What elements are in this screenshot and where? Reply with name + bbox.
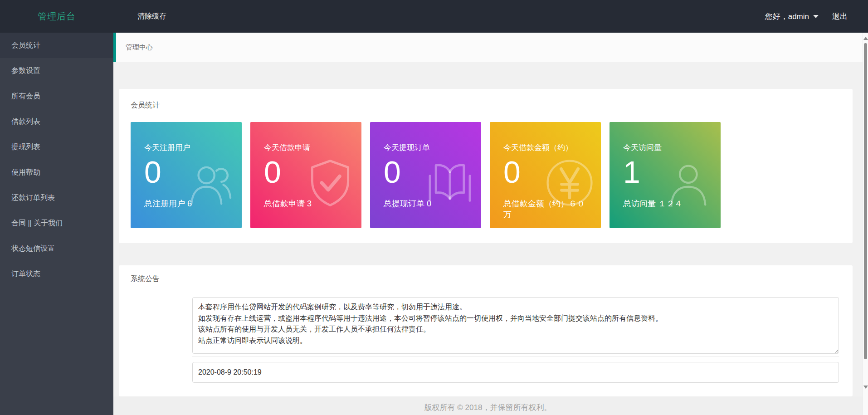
sidebar-item-contract-about[interactable]: 合同 || 关于我们 bbox=[0, 210, 113, 236]
sidebar-item-withdraw-list[interactable]: 提现列表 bbox=[0, 134, 113, 160]
shield-check-icon bbox=[305, 156, 355, 209]
users-icon bbox=[185, 156, 235, 209]
user-dropdown[interactable]: 您好，admin bbox=[765, 11, 819, 22]
user-icon bbox=[664, 156, 714, 209]
panel-title: 会员统计 bbox=[131, 101, 841, 110]
scrollbar-thumb[interactable] bbox=[864, 43, 867, 359]
main-content: 管理中心 会员统计 今天注册用户 0 总注册用户 6 bbox=[113, 33, 863, 415]
sidebar-item-help[interactable]: 使用帮助 bbox=[0, 160, 113, 185]
vertical-scrollbar bbox=[863, 33, 868, 415]
sidebar-item-loan-list[interactable]: 借款列表 bbox=[0, 109, 113, 134]
notice-textarea[interactable]: 本套程序用作信贷网站开发的代码案例研究，以及费率等研究，切勿用于违法用途。 如发… bbox=[192, 297, 839, 354]
copyright-text: 版权所有 © 2018，并保留所有权利。 bbox=[424, 402, 552, 413]
scroll-down-arrow-icon[interactable] bbox=[863, 386, 868, 389]
notice-date-input[interactable] bbox=[192, 362, 839, 383]
greeting-label: 您好，admin bbox=[765, 11, 809, 22]
member-stats-panel: 会员统计 今天注册用户 0 总注册用户 6 bbox=[119, 89, 853, 243]
brand-title[interactable]: 管理后台 bbox=[0, 10, 113, 23]
footer: 版权所有 © 2018，并保留所有权利。 bbox=[113, 396, 863, 415]
sidebar: 会员统计 参数设置 所有会员 借款列表 提现列表 使用帮助 还款订单列表 合同 … bbox=[0, 33, 113, 415]
system-notice-panel: 系统公告 本套程序用作信贷网站开发的代码案例研究，以及费率等研究，切勿用于违法用… bbox=[119, 265, 853, 396]
breadcrumb-title: 管理中心 bbox=[126, 43, 153, 52]
sidebar-item-order-status[interactable]: 订单状态 bbox=[0, 261, 113, 287]
clear-cache-button[interactable]: 清除缓存 bbox=[137, 12, 166, 21]
stat-card-registered-users: 今天注册用户 0 总注册用户 6 bbox=[131, 122, 242, 228]
stat-card-title: 今天访问量 bbox=[623, 142, 707, 153]
stat-card-loan-amount: 今天借款金额（约） 0 总借款金额（约）６０万 bbox=[490, 122, 601, 228]
sidebar-item-member-stats[interactable]: 会员统计 bbox=[0, 33, 113, 58]
logout-button[interactable]: 退出 bbox=[832, 11, 848, 22]
stat-card-visits: 今天访问量 1 总访问量 １２４ bbox=[610, 122, 721, 228]
breadcrumb: 管理中心 bbox=[113, 33, 863, 62]
topbar-right: 您好，admin 退出 bbox=[765, 11, 848, 22]
stat-card-title: 今天提现订单 bbox=[384, 142, 468, 153]
sidebar-item-sms-settings[interactable]: 状态短信设置 bbox=[0, 236, 113, 261]
panel-title: 系统公告 bbox=[131, 274, 840, 284]
sidebar-item-all-members[interactable]: 所有会员 bbox=[0, 83, 113, 109]
topbar: 管理后台 清除缓存 您好，admin 退出 bbox=[0, 0, 868, 33]
chevron-down-icon bbox=[813, 15, 819, 18]
stat-card-loan-applications: 今天借款申请 0 总借款申请 3 bbox=[250, 122, 361, 228]
notice-form: 本套程序用作信贷网站开发的代码案例研究，以及费率等研究，切勿用于违法用途。 如发… bbox=[192, 297, 840, 383]
open-book-icon bbox=[425, 156, 475, 209]
form-divider bbox=[192, 356, 839, 357]
sidebar-item-repay-orders[interactable]: 还款订单列表 bbox=[0, 185, 113, 210]
stat-card-withdraw-orders: 今天提现订单 0 总提现订单 0 bbox=[370, 122, 481, 228]
stat-card-title: 今天注册用户 bbox=[144, 142, 228, 153]
stat-cards-row: 今天注册用户 0 总注册用户 6 今天借款申请 0 bbox=[131, 122, 841, 228]
sidebar-item-parameters[interactable]: 参数设置 bbox=[0, 58, 113, 83]
scroll-up-arrow-icon[interactable] bbox=[863, 37, 868, 40]
stat-card-title: 今天借款金额（约） bbox=[503, 142, 587, 153]
yen-circle-icon bbox=[545, 156, 595, 209]
stat-card-title: 今天借款申请 bbox=[264, 142, 348, 153]
